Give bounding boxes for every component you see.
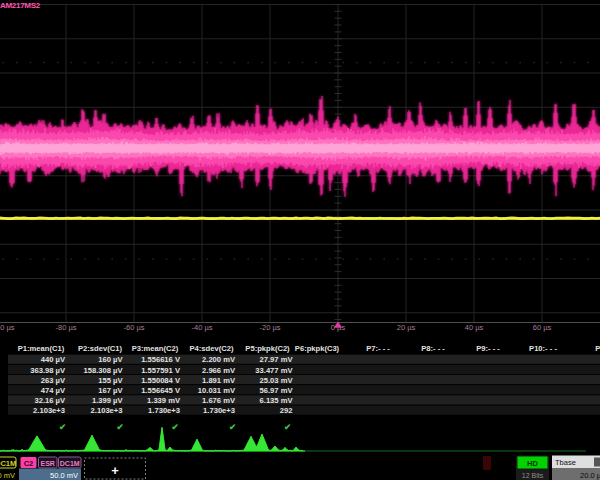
svg-text:P10:- - -: P10:- - -: [529, 344, 557, 353]
svg-text:1.730e+3: 1.730e+3: [203, 406, 235, 415]
svg-text:P1: P1: [595, 344, 600, 353]
svg-text:32.16 µV: 32.16 µV: [34, 396, 65, 405]
svg-text:292: 292: [280, 406, 293, 415]
svg-text:DC1M: DC1M: [60, 460, 80, 467]
svg-text:1.891 mV: 1.891 mV: [202, 376, 236, 385]
svg-text:P3:mean(C2): P3:mean(C2): [132, 344, 179, 353]
svg-text:P1:mean(C1): P1:mean(C1): [18, 344, 65, 353]
svg-text:25.03 mV: 25.03 mV: [260, 376, 294, 385]
svg-text:1.399 µV: 1.399 µV: [92, 396, 123, 405]
svg-text:2.103e+3: 2.103e+3: [33, 406, 65, 415]
svg-text:1.339 mV: 1.339 mV: [147, 396, 181, 405]
svg-text:P7:- - -: P7:- - -: [366, 344, 390, 353]
svg-text:155 µV: 155 µV: [98, 376, 123, 385]
svg-text:-40 µs: -40 µs: [192, 323, 213, 332]
svg-text:20 µs: 20 µs: [397, 323, 416, 332]
svg-text:1.730e+3: 1.730e+3: [148, 406, 180, 415]
svg-text:✔: ✔: [284, 422, 291, 432]
svg-text:P2:sdev(C1): P2:sdev(C1): [78, 344, 122, 353]
svg-text:P9:- - -: P9:- - -: [476, 344, 500, 353]
svg-text:2.200 mV: 2.200 mV: [202, 355, 236, 364]
svg-text:2.966 mV: 2.966 mV: [202, 366, 236, 375]
svg-text:P5:pkpk(C2): P5:pkpk(C2): [245, 344, 290, 353]
svg-text:20.0 µs: 20.0 µs: [580, 471, 600, 480]
svg-text:158.308 µV: 158.308 µV: [84, 366, 124, 375]
svg-text:-100 µs: -100 µs: [0, 323, 15, 332]
svg-text:40 µs: 40 µs: [465, 323, 484, 332]
svg-text:AM217MS2: AM217MS2: [0, 1, 41, 10]
svg-text:✔: ✔: [59, 422, 66, 432]
svg-text:C2: C2: [24, 459, 34, 468]
svg-text:6.135 mV: 6.135 mV: [260, 396, 294, 405]
svg-text:-60 µs: -60 µs: [124, 323, 145, 332]
svg-text:-20 µs: -20 µs: [260, 323, 281, 332]
svg-text:✔: ✔: [116, 422, 123, 432]
svg-text:✔: ✔: [229, 422, 236, 432]
svg-text:P6:pkpk(C3): P6:pkpk(C3): [295, 344, 340, 353]
svg-text:363.98 µV: 363.98 µV: [30, 366, 66, 375]
svg-text:1.676 mV: 1.676 mV: [202, 396, 236, 405]
svg-text:160 µV: 160 µV: [98, 355, 123, 364]
svg-text:P4:sdev(C2): P4:sdev(C2): [190, 344, 234, 353]
svg-text:HD: HD: [527, 459, 538, 468]
svg-text:P8:- - -: P8:- - -: [421, 344, 445, 353]
svg-text:50.0 mV: 50.0 mV: [50, 471, 78, 480]
svg-text:1.557591 V: 1.557591 V: [141, 366, 181, 375]
svg-text:33.477 mV: 33.477 mV: [255, 366, 293, 375]
svg-text:440 µV: 440 µV: [41, 355, 66, 364]
svg-text:1.556616 V: 1.556616 V: [141, 355, 181, 364]
svg-text:+: +: [111, 463, 119, 478]
svg-text:56.97 mV: 56.97 mV: [260, 386, 294, 395]
svg-text:-80 µs: -80 µs: [56, 323, 77, 332]
svg-text:27.97 mV: 27.97 mV: [260, 355, 294, 364]
svg-text:DC1M: DC1M: [0, 459, 16, 468]
svg-text:✔: ✔: [171, 422, 178, 432]
svg-text:167 µV: 167 µV: [98, 386, 123, 395]
svg-text:1.550084 V: 1.550084 V: [141, 376, 181, 385]
svg-text:Tbase: Tbase: [555, 458, 576, 467]
svg-text:263 µV: 263 µV: [41, 376, 66, 385]
svg-text:60 µs: 60 µs: [533, 323, 552, 332]
svg-text:12 Bits: 12 Bits: [522, 472, 544, 479]
svg-text:10.031 mV: 10.031 mV: [198, 386, 236, 395]
svg-text:ESR: ESR: [40, 460, 54, 467]
svg-text:10.0 mV: 10.0 mV: [0, 471, 15, 480]
svg-text:1.556645 V: 1.556645 V: [141, 386, 181, 395]
svg-text:474 µV: 474 µV: [41, 386, 66, 395]
svg-text:2.103e+3: 2.103e+3: [91, 406, 123, 415]
